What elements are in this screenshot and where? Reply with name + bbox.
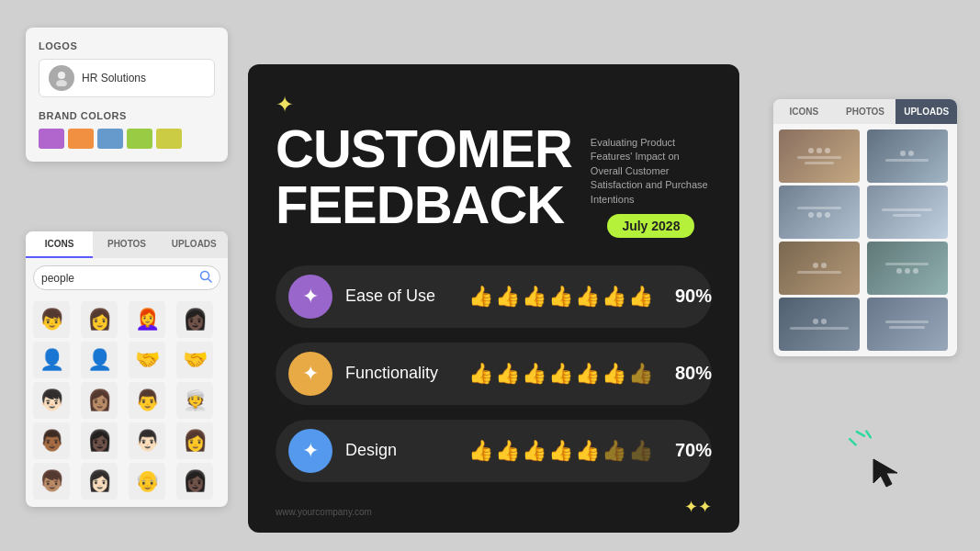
svg-point-1 bbox=[56, 80, 67, 86]
thumb-icon: 👍 bbox=[468, 439, 493, 463]
logos-label: LOGOS bbox=[39, 40, 215, 51]
thumb-icon: 👍 bbox=[575, 285, 600, 309]
photo-cell[interactable] bbox=[779, 186, 860, 239]
avatar bbox=[49, 65, 74, 91]
list-item[interactable]: 👩🏻 bbox=[81, 463, 118, 500]
photo-grid bbox=[773, 124, 957, 356]
slide-title-line2: FEEDBACK bbox=[276, 177, 572, 233]
search-icon[interactable] bbox=[199, 270, 212, 286]
functionality-label: Functionality bbox=[345, 364, 456, 383]
thumb-icon: 👍 bbox=[468, 362, 493, 386]
svg-line-4 bbox=[857, 430, 864, 438]
thumb-icon: 👍 bbox=[522, 362, 546, 386]
list-item[interactable]: 👩🏿 bbox=[81, 422, 118, 459]
thumb-icon: 👍 bbox=[628, 439, 653, 463]
thumb-icon: 👍 bbox=[575, 362, 600, 386]
cursor-arrow-icon bbox=[870, 455, 905, 494]
logo-row[interactable]: HR Solutions bbox=[39, 59, 215, 97]
ease-label: Ease of Use bbox=[345, 287, 456, 306]
right-tab-photos[interactable]: PHOTOS bbox=[835, 99, 896, 124]
thumb-icon: 👍 bbox=[548, 285, 573, 309]
list-item[interactable]: 👨🏾 bbox=[33, 422, 70, 459]
list-item[interactable]: 👤 bbox=[81, 342, 118, 378]
list-item[interactable]: 👩🏽 bbox=[81, 382, 118, 419]
brand-colors-label: BRAND COLORS bbox=[39, 110, 215, 121]
bottom-left-tabs: ICONS PHOTOS UPLOADS bbox=[26, 231, 228, 258]
svg-point-0 bbox=[58, 72, 65, 79]
slide-url: www.yourcompany.com bbox=[276, 507, 372, 517]
right-tab-uploads[interactable]: UPLOADS bbox=[896, 99, 957, 124]
photo-cell[interactable] bbox=[867, 298, 948, 351]
svg-marker-7 bbox=[873, 459, 897, 487]
thumb-icon: 👍 bbox=[495, 439, 520, 463]
list-item[interactable]: 🤝 bbox=[129, 342, 165, 378]
color-swatch-4[interactable] bbox=[127, 129, 152, 149]
thumb-icon: 👍 bbox=[495, 362, 520, 386]
sparkle-icon: ✦✦ bbox=[684, 497, 712, 517]
thumb-icon: 👍 bbox=[548, 362, 573, 386]
list-item[interactable]: 👦 bbox=[33, 301, 70, 338]
list-item[interactable]: 👦🏽 bbox=[33, 463, 70, 500]
ease-percentage: 90% bbox=[666, 286, 712, 307]
icon-grid: 👦 👩 👩‍🦰 👩🏿 👤 👤 🤝 🤝 👦🏻 👩🏽 👨 👳 👨🏾 👩🏿 👨🏻 👩 … bbox=[26, 298, 228, 507]
right-tab-icons[interactable]: ICONS bbox=[773, 99, 835, 124]
list-item[interactable]: 👴 bbox=[129, 463, 165, 500]
right-panel-tabs: ICONS PHOTOS UPLOADS bbox=[773, 99, 957, 124]
thumb-icon: 👍 bbox=[548, 439, 573, 463]
svg-line-6 bbox=[850, 438, 855, 446]
design-thumbs: 👍 👍 👍 👍 👍 👍 👍 bbox=[468, 439, 653, 463]
photo-cell[interactable] bbox=[867, 186, 948, 239]
color-swatch-2[interactable] bbox=[68, 129, 94, 149]
photo-cell[interactable] bbox=[779, 242, 860, 295]
svg-line-5 bbox=[866, 431, 871, 438]
list-item[interactable]: 👳 bbox=[176, 382, 213, 419]
brand-colors-row bbox=[39, 129, 215, 149]
photo-detail bbox=[783, 132, 855, 180]
list-item[interactable]: 🤝 bbox=[176, 342, 213, 378]
list-item[interactable]: 👩 bbox=[81, 301, 118, 338]
thumb-icon: 👍 bbox=[602, 285, 626, 309]
thumb-icon: 👍 bbox=[602, 362, 626, 386]
photo-detail bbox=[871, 188, 943, 236]
list-item[interactable]: 👨 bbox=[129, 382, 165, 419]
photo-cell[interactable] bbox=[867, 242, 948, 295]
list-item[interactable]: 👩 bbox=[176, 422, 213, 459]
list-item[interactable]: 👩🏿 bbox=[176, 463, 213, 500]
slide-header: CUSTOMER FEEDBACK Evaluating Product Fea… bbox=[276, 121, 712, 238]
photo-detail bbox=[871, 300, 943, 348]
list-item[interactable]: 👦🏻 bbox=[33, 382, 70, 419]
photo-cell[interactable] bbox=[779, 298, 860, 351]
functionality-icon-circle: ✦ bbox=[288, 352, 332, 396]
presentation-slide: ✦ CUSTOMER FEEDBACK Evaluating Product F… bbox=[248, 64, 739, 533]
list-item[interactable]: 👩🏿 bbox=[176, 301, 213, 338]
search-input[interactable] bbox=[41, 272, 196, 285]
slide-footer: www.yourcompany.com ✦✦ bbox=[276, 497, 712, 517]
design-percentage: 70% bbox=[666, 440, 712, 461]
logo-name: HR Solutions bbox=[82, 72, 146, 84]
color-swatch-5[interactable] bbox=[156, 129, 182, 149]
logos-brand-panel: LOGOS HR Solutions BRAND COLORS bbox=[26, 28, 228, 162]
ease-icon-circle: ✦ bbox=[288, 275, 332, 319]
thumb-icon: 👍 bbox=[522, 285, 546, 309]
feedback-row-ease: ✦ Ease of Use 👍 👍 👍 👍 👍 👍 👍 90% bbox=[276, 265, 712, 328]
thumb-icon: 👍 bbox=[602, 439, 626, 463]
color-swatch-1[interactable] bbox=[39, 129, 64, 149]
list-item[interactable]: 👩‍🦰 bbox=[129, 301, 165, 338]
photo-cell[interactable] bbox=[779, 129, 860, 183]
list-item[interactable]: 👤 bbox=[33, 342, 70, 378]
tab-photos[interactable]: PHOTOS bbox=[93, 231, 160, 258]
list-item[interactable]: 👨🏻 bbox=[129, 422, 165, 459]
photo-cell[interactable] bbox=[867, 129, 948, 183]
right-photos-panel: ICONS PHOTOS UPLOADS bbox=[773, 99, 957, 356]
tab-icons[interactable]: ICONS bbox=[26, 231, 93, 258]
thumb-icon: 👍 bbox=[628, 362, 653, 386]
thumb-icon: 👍 bbox=[468, 285, 493, 309]
icons-photos-panel: ICONS PHOTOS UPLOADS 👦 👩 👩‍🦰 👩🏿 👤 👤 🤝 🤝 … bbox=[26, 231, 228, 507]
feedback-row-design: ✦ Design 👍 👍 👍 👍 👍 👍 👍 70% bbox=[276, 420, 712, 482]
search-row[interactable] bbox=[33, 265, 220, 290]
color-swatch-3[interactable] bbox=[97, 129, 123, 149]
functionality-percentage: 80% bbox=[666, 363, 712, 384]
photo-detail bbox=[871, 244, 943, 292]
tab-uploads[interactable]: UPLOADS bbox=[161, 231, 228, 258]
photo-detail bbox=[783, 188, 855, 236]
